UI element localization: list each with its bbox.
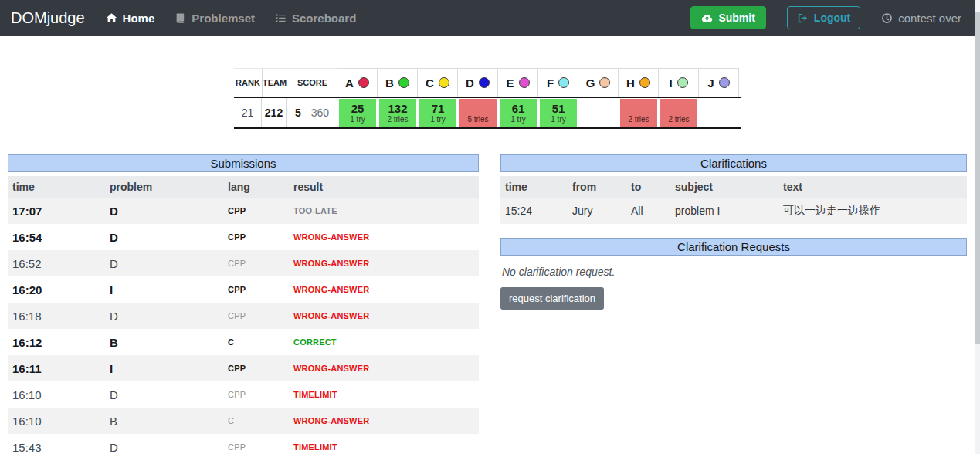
navbar-right: Submit Logout contest over [690,6,965,29]
submission-problem: I [105,355,223,381]
scoreboard-problem-header-I: I [658,68,699,97]
clarifications-table: timefromtosubjecttext 15:24JuryAllproble… [500,176,967,224]
submissions-title: Submissions [8,154,479,172]
scoreboard-cell-G [578,98,619,127]
nav-item-problemset[interactable]: Problemset [175,12,255,25]
submission-problem: D [105,224,223,250]
logout-button[interactable]: Logout [787,6,860,29]
scoreboard-cell-E: 611 try [498,98,538,127]
submission-lang: CPP [223,434,289,454]
submissions-col-result: result [289,176,479,198]
page-scrollbar[interactable] [975,0,980,454]
nav-item-label: Problemset [192,12,255,25]
cell-solve-time: 132 [388,102,407,115]
problem-label: E [506,76,514,90]
submission-problem: D [105,198,223,224]
contest-status: contest over [881,12,961,25]
problem-label: F [547,76,554,90]
nav-item-home[interactable]: Home [106,12,155,25]
submission-result: CORRECT [289,329,479,355]
list-icon [275,12,287,24]
scoreboard-cell-D: 5 tries [458,98,498,127]
cell-solve-time: 25 [351,102,365,115]
submission-row[interactable]: 16:12BCCORRECT [8,329,479,355]
submission-row[interactable]: 16:11ICPPWRONG-ANSWER [8,355,479,381]
problem-balloon-icon [398,77,409,88]
problem-label: D [466,76,474,90]
logout-icon [797,12,809,24]
submissions-table: timeproblemlangresult 17:07DCPPTOO-LATE1… [8,176,479,454]
scoreboard-problem-header-G: G [578,68,619,97]
submission-time: 17:07 [8,198,105,224]
clarifications-section: Clarifications timefromtosubjecttext 15:… [500,154,967,454]
submission-time: 16:20 [8,276,105,303]
submission-row[interactable]: 16:20ICPPWRONG-ANSWER [8,276,479,303]
problem-balloon-icon [439,77,449,88]
nav-menu: HomeProblemsetScoreboard [106,12,357,25]
app-brand[interactable]: DOMjudge [11,9,85,27]
problem-balloon-icon [599,77,610,88]
clarification-row[interactable]: 15:24JuryAllproblem I可以一边走一边操作 [500,198,967,224]
submission-row[interactable]: 15:43DCPPTIMELIMIT [8,434,479,454]
submit-button[interactable]: Submit [690,6,765,29]
problem-label: G [586,76,595,90]
clarification-text: 可以一边走一边操作 [778,198,967,224]
scoreboard-col-rank: RANK [234,68,262,97]
submission-problem: D [105,381,223,408]
clarifications-title: Clarifications [500,154,967,172]
clarifications-col-subject: subject [670,176,778,198]
problem-balloon-icon [479,77,490,88]
cell-tries: 1 try [430,115,445,124]
submission-problem: D [105,434,223,454]
problem-label: B [385,76,394,90]
clarifications-table-header: timefromtosubjecttext [500,176,967,198]
submission-problem: D [105,303,223,329]
cell-tries: 2 tries [628,115,649,124]
submission-lang: CPP [223,276,289,303]
cell-tries: 1 try [510,115,525,124]
submission-lang: CPP [223,250,289,276]
submission-result: WRONG-ANSWER [289,224,479,250]
submission-lang: CPP [223,198,289,224]
submission-result: WRONG-ANSWER [289,355,479,381]
submission-row[interactable]: 16:10DCPPTIMELIMIT [8,381,479,408]
problem-label: C [426,76,434,90]
submission-lang: C [223,408,289,434]
submissions-col-lang: lang [223,176,289,198]
problem-label: H [626,76,635,90]
scoreboard-problem-header-E: E [497,68,538,97]
scoreboard-cell-C: 711 try [418,98,458,127]
cell-solve-time: 61 [512,102,525,115]
submission-result: WRONG-ANSWER [289,408,479,434]
submissions-section: Submissions timeproblemlangresult 17:07D… [8,154,479,454]
scoreboard-cell-B: 1322 tries [378,98,418,127]
score-solved: 5 [295,107,301,119]
submission-problem: B [105,408,223,434]
submission-row[interactable]: 17:07DCPPTOO-LATE [8,198,479,224]
clarification-subject: problem I [670,198,778,224]
scoreboard-problem-header-H: H [618,68,659,97]
submission-row[interactable]: 16:54DCPPWRONG-ANSWER [8,224,479,250]
problem-balloon-icon [358,77,369,88]
scoreboard-col-team: TEAM [262,68,287,97]
submission-row[interactable]: 16:10BCWRONG-ANSWER [8,408,479,434]
submission-time: 16:10 [8,408,105,434]
clarifications-col-to: to [626,176,670,198]
nav-item-scoreboard[interactable]: Scoreboard [275,12,356,25]
cell-tries: 2 tries [668,115,689,124]
submission-time: 16:18 [8,303,105,329]
scoreboard-header-row: RANKTEAMSCOREABCDEFGHIJ [234,68,741,98]
request-clarification-button[interactable]: request clarification [500,287,604,310]
cell-tries: 1 try [350,115,365,124]
cloud-upload-icon [701,12,713,24]
scrollbar-thumb[interactable] [975,12,980,344]
scoreboard-problem-header-A: A [337,68,378,97]
clarification-from: Jury [568,198,626,224]
clarifications-col-time: time [500,176,568,198]
submission-row[interactable]: 16:18DCPPWRONG-ANSWER [8,303,479,329]
submission-time: 16:12 [8,329,105,355]
contest-status-label: contest over [898,12,961,25]
submission-row[interactable]: 16:52DCPPWRONG-ANSWER [8,250,479,276]
problem-label: J [707,76,714,90]
scoreboard-team-row: 212125360251 try1322 tries711 try5 tries… [234,98,741,129]
